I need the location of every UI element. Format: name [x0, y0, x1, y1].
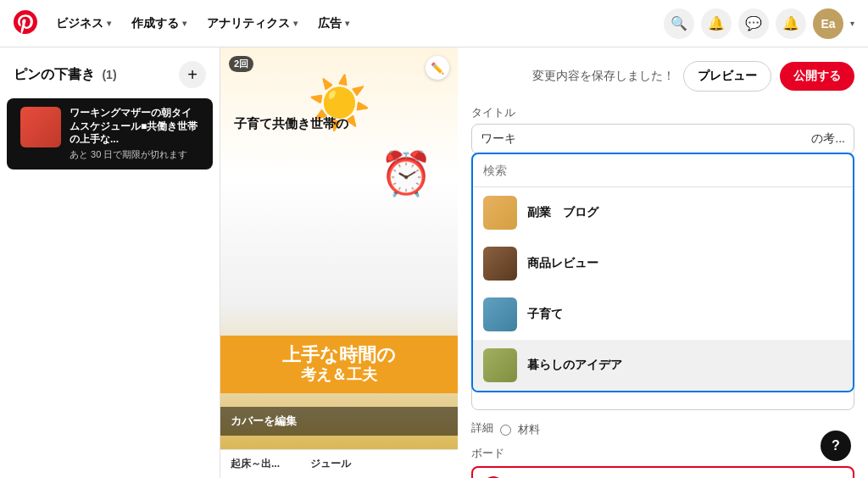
nav-create-label: 作成する — [131, 16, 179, 31]
sidebar-count: (1) — [102, 68, 116, 81]
main-container: ピンの下書き (1) + ワーキングマザーの朝タイムスケジュール■共働き世帯の上… — [0, 47, 868, 478]
dropdown-item-2[interactable]: 子育て — [473, 289, 853, 340]
dropdown-item-1[interactable]: 商品レビュー — [473, 238, 853, 289]
avatar-initials: Ea — [821, 17, 835, 31]
pin-image: 2回 ✏️ ☀️ 子育て共働き世帯の ⏰ 上手な時間の 考え＆工夫 カバーを編集… — [220, 47, 458, 478]
sidebar-title-group: ピンの下書き (1) — [14, 66, 117, 84]
pin-clock-icon: ⏰ — [380, 149, 432, 198]
pin-edit-button[interactable]: ✏️ — [426, 56, 449, 80]
detail-radio[interactable] — [500, 425, 511, 436]
pin-count-badge: 2回 — [229, 56, 253, 72]
publish-button[interactable]: 公開する — [780, 62, 854, 91]
nav-analytics-chevron: ▾ — [293, 19, 298, 28]
dropdown-thumb-3 — [483, 348, 517, 382]
board-section: ボード + 新規ボードを作成する ボードを選択する ▾ — [471, 446, 854, 478]
sidebar: ピンの下書き (1) + ワーキングマザーの朝タイムスケジュール■共働き世帯の上… — [0, 47, 220, 478]
header-actions: 🔍 🔔 💬 🔔 Ea ▾ — [664, 8, 854, 39]
sidebar-header: ピンの下書き (1) + — [0, 47, 220, 95]
nav-business-label: ビジネス — [56, 16, 103, 31]
pin-cover-bar[interactable]: カバーを編集 — [220, 407, 458, 436]
detail-option-label: 材料 — [518, 422, 540, 437]
pin-text-overlay: 上手な時間の 考え＆工夫 — [220, 336, 458, 393]
nav-ads-chevron: ▾ — [345, 19, 349, 28]
nav-analytics-label: アナリティクス — [207, 16, 290, 31]
notifications-button[interactable]: 🔔 — [701, 8, 732, 39]
right-panel-top: 変更内容を保存しました！ プレビュー 公開する — [471, 61, 854, 92]
pin-title-text: 子育て共働き世帯の — [234, 115, 348, 132]
search-button[interactable]: 🔍 — [664, 8, 694, 39]
draft-pin-item[interactable]: ワーキングマザーの朝タイムスケジュール■共働き世帯の上手な... あと 30 日… — [7, 98, 213, 170]
title-value-right: の考... — [811, 131, 845, 147]
dropdown-item-3[interactable]: 暮らしのアイデア — [473, 340, 853, 391]
title-input-row: ワーキ の考... — [471, 124, 854, 154]
pinterest-logo[interactable] — [14, 10, 37, 37]
search-input[interactable] — [483, 164, 843, 177]
save-notice: 変更内容を保存しました！ — [532, 69, 675, 84]
dropdown-item-0[interactable]: 副業 ブログ — [473, 187, 853, 238]
thumbnail-image — [20, 107, 61, 147]
pin-cover-label: カバーを編集 — [231, 414, 297, 429]
dropdown-label-2: 子育て — [527, 307, 563, 322]
sidebar-title: ピンの下書き — [14, 67, 95, 81]
pin-schedule-text: 起床～出... ジュール — [231, 457, 351, 471]
dropdown-thumb-1 — [483, 247, 517, 281]
pin-preview: 2回 ✏️ ☀️ 子育て共働き世帯の ⏰ 上手な時間の 考え＆工夫 カバーを編集… — [220, 47, 458, 478]
add-pin-button[interactable]: + — [179, 61, 206, 88]
draft-pin-text: ワーキングマザーの朝タイムスケジュール■共働き世帯の上手な... あと 30 日… — [70, 107, 199, 161]
messages-button[interactable]: 💬 — [738, 8, 769, 39]
avatar[interactable]: Ea — [813, 8, 843, 39]
dropdown-label-0: 副業 ブログ — [527, 205, 598, 220]
draft-pin-meta: あと 30 日で期限が切れます — [70, 148, 199, 161]
board-label: ボード — [471, 446, 854, 461]
nav-business[interactable]: ビジネス ▾ — [47, 11, 120, 36]
nav-create-chevron: ▾ — [182, 19, 186, 28]
board-create-row[interactable]: + 新規ボードを作成する — [471, 466, 854, 478]
preview-button[interactable]: プレビュー — [683, 61, 771, 92]
help-button[interactable]: ? — [821, 431, 851, 461]
detail-row: 詳細 材料 — [471, 420, 854, 439]
avatar-chevron[interactable]: ▾ — [850, 19, 854, 28]
detail-label: 詳細 — [471, 420, 493, 436]
nav-ads[interactable]: 広告 ▾ — [309, 11, 358, 36]
title-wrapper: タイトル ワーキ の考... 副業 ブログ — [471, 105, 854, 154]
pin-orange-text1: 上手な時間の — [231, 344, 448, 366]
nav-create[interactable]: 作成する ▾ — [123, 11, 195, 36]
updates-button[interactable]: 🔔 — [776, 8, 806, 39]
search-dropdown: 副業 ブログ 商品レビュー 子育て 暮らしのアイデア — [471, 153, 854, 392]
draft-pin-title: ワーキングマザーの朝タイムスケジュール■共働き世帯の上手な... — [70, 107, 199, 147]
pin-schedule-bar: 起床～出... ジュール — [220, 449, 458, 478]
pin-orange-text2: 考え＆工夫 — [231, 366, 448, 385]
header: ビジネス ▾ 作成する ▾ アナリティクス ▾ 広告 ▾ 🔍 🔔 💬 🔔 Ea … — [0, 0, 868, 47]
right-panel: 変更内容を保存しました！ プレビュー 公開する タイトル ワーキ の考... — [458, 47, 868, 478]
main-nav: ビジネス ▾ 作成する ▾ アナリティクス ▾ 広告 ▾ — [47, 11, 664, 36]
nav-analytics[interactable]: アナリティクス ▾ — [198, 11, 306, 36]
dropdown-label-3: 暮らしのアイデア — [527, 358, 622, 373]
title-label: タイトル — [471, 105, 854, 120]
nav-business-chevron: ▾ — [107, 19, 111, 28]
search-input-row — [473, 154, 853, 187]
title-value-left: ワーキ — [481, 131, 516, 147]
nav-ads-label: 広告 — [318, 16, 342, 31]
content-area: 2回 ✏️ ☀️ 子育て共働き世帯の ⏰ 上手な時間の 考え＆工夫 カバーを編集… — [220, 47, 868, 478]
dropdown-thumb-2 — [483, 297, 517, 331]
dropdown-label-1: 商品レビュー — [527, 256, 598, 271]
draft-pin-thumbnail — [20, 107, 61, 147]
dropdown-thumb-0 — [483, 196, 517, 230]
